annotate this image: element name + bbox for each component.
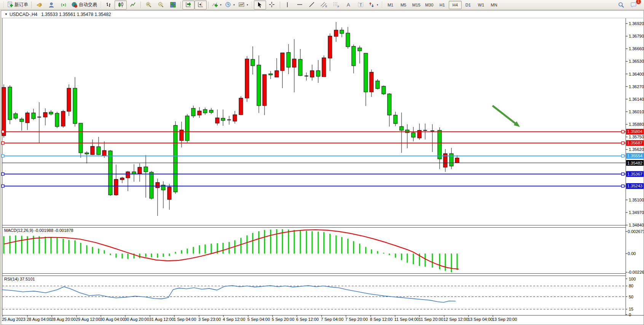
svg-text:1.36920: 1.36920 [629,21,644,26]
svg-text:0.002671: 0.002671 [628,229,644,234]
zoom-in-icon [145,2,152,8]
bar-chart-type-button[interactable] [102,0,115,10]
mt5-window: 新订单 [0,0,644,325]
svg-text:1.34840: 1.34840 [629,223,644,227]
arrows-tool-button[interactable]: ▼ [367,0,380,10]
chart-canvas[interactable]: RSI(14) 37.5101MACD(12,26,9) -0.001988 -… [0,0,644,325]
crosshair-button[interactable] [266,0,278,10]
price-axis[interactable]: 1.369201.367901.366601.365301.364001.362… [626,21,644,317]
trendline-tool-button[interactable] [306,0,318,10]
fibonacci-icon: F [333,2,340,8]
svg-text:1.36010: 1.36010 [629,109,644,114]
svg-text:6 Sep 12:00: 6 Sep 12:00 [296,317,319,322]
periods-button[interactable]: ▼ [223,0,237,10]
svg-text:5 Sep 20:00: 5 Sep 20:00 [272,317,294,322]
svg-text:-0.002265: -0.002265 [628,270,644,274]
broadcast-button[interactable] [33,0,45,10]
timeframe-button-H4[interactable]: H4 [449,1,462,9]
svg-text:1.36270: 1.36270 [629,84,644,89]
macd-label: MACD(12,26,9) -0.001988 -0.001878 [4,228,73,233]
trendline-icon [309,2,315,8]
indicators-button[interactable]: ▼ [210,0,223,10]
separator [31,2,32,8]
svg-text:1.35804: 1.35804 [627,129,642,134]
auto-scroll-button[interactable] [182,0,194,10]
chart-shift-icon [198,2,204,8]
svg-text:13 Sep 20:00: 13 Sep 20:00 [492,317,517,322]
timeframe-button-H1[interactable]: H1 [436,1,449,9]
svg-text:1.36530: 1.36530 [629,59,644,63]
community-button[interactable] [45,0,57,10]
chevron-down-icon: ▼ [233,4,235,6]
crosshair-icon [269,2,275,8]
svg-text:F: F [338,5,339,8]
new-order-button[interactable]: 新订单 [5,0,30,10]
svg-text:1.35100: 1.35100 [629,198,644,202]
line-chart-icon [130,2,136,8]
svg-text:30 Aug 20:00: 30 Aug 20:00 [124,317,149,322]
zoom-out-button[interactable] [155,0,167,10]
chart-symbol-period: USDCAD-,H4 [10,12,37,17]
time-axis[interactable]: 25 Aug 202328 Aug 04:0028 Aug 20:0029 Au… [2,315,517,322]
chart-title-bar[interactable]: ▼ USDCAD-,H4 1.35533 1.35561 1.35478 1.3… [2,11,643,18]
auto-trading-label: 自动交易 [79,2,97,8]
separator [180,2,181,8]
timeframe-group: M1M5M15M30H1H4D1W1MN [384,1,501,9]
auto-trading-icon [71,2,78,8]
svg-text:1.35880: 1.35880 [629,122,644,127]
timeframe-button-M5[interactable]: M5 [397,1,410,9]
search-button[interactable] [615,0,627,10]
equidistant-channel-icon: E [320,2,328,8]
chart-menu-triangle-icon[interactable]: ▼ [5,13,8,16]
svg-text:A: A [347,2,350,8]
vertical-line-tool-button[interactable] [282,0,294,10]
channel-tool-button[interactable]: E [318,0,330,10]
tile-windows-button[interactable] [167,0,179,10]
svg-text:11 Sep 20:00: 11 Sep 20:00 [419,317,443,322]
search-icon [618,2,625,8]
candlestick-chart-type-button[interactable] [115,0,127,10]
timeframe-button-M30[interactable]: M30 [423,1,436,9]
text-tool-button[interactable]: A [343,0,355,10]
horizontal-line-tool-button[interactable] [294,0,306,10]
timeframe-button-MN[interactable]: MN [488,1,501,9]
svg-text:1.35687: 1.35687 [627,141,642,145]
svg-text:1.36660: 1.36660 [629,46,644,51]
chart-ohlc-values: 1.35533 1.35561 1.35478 1.35482 [41,12,111,17]
cursor-button[interactable] [254,0,266,10]
signal-button[interactable] [57,0,70,10]
chat-button[interactable]: 1 [627,0,639,10]
separator [140,2,141,8]
auto-trading-button[interactable]: 自动交易 [70,0,99,10]
svg-text:31 Aug 12:00: 31 Aug 12:00 [149,317,174,322]
chart-shift-button[interactable] [194,0,207,10]
toolbar-grip [381,2,383,8]
svg-text:15: 15 [629,307,633,311]
svg-text:7 Sep 20:00: 7 Sep 20:00 [345,317,368,322]
cursor-icon [257,2,263,8]
svg-text:29 Aug 12:00: 29 Aug 12:00 [76,317,100,322]
timeframe-button-D1[interactable]: D1 [462,1,475,9]
templates-button[interactable]: ▼ [237,0,250,10]
line-chart-type-button[interactable] [127,0,139,10]
text-label-tool-button[interactable]: T [355,0,367,10]
new-order-label: 新订单 [14,2,28,8]
svg-text:12 Sep 12:00: 12 Sep 12:00 [443,317,468,322]
text-label-icon: T [357,2,364,8]
svg-text:3 Sep 23:00: 3 Sep 23:00 [198,317,221,322]
toolbar-grip [3,2,4,8]
timeframe-button-W1[interactable]: W1 [475,1,488,9]
timeframe-button-M1[interactable]: M1 [384,1,397,9]
svg-text:0: 0 [629,312,631,317]
indicators-icon [212,2,218,8]
zoom-in-button[interactable] [142,0,155,10]
text-icon: A [345,2,352,8]
timeframe-button-M15[interactable]: M15 [410,1,423,9]
svg-text:4 Sep 12:00: 4 Sep 12:00 [223,317,245,322]
svg-text:50: 50 [629,295,633,299]
fibonacci-tool-button[interactable]: F [330,0,343,10]
clock-icon [225,2,231,8]
svg-text:1.35482: 1.35482 [627,161,642,165]
svg-text:1.35554: 1.35554 [627,154,642,158]
svg-text:25 Aug 2023: 25 Aug 2023 [2,317,26,322]
